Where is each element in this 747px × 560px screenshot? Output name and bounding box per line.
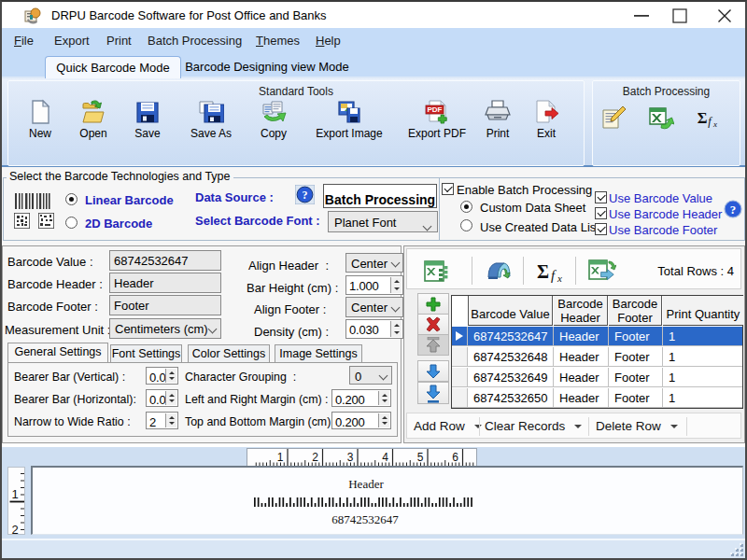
svg-text:3: 3 <box>347 451 354 464</box>
svg-text:?: ? <box>303 189 308 202</box>
svg-text:?: ? <box>730 203 737 217</box>
svg-text:x: x <box>557 273 562 284</box>
svg-text:6: 6 <box>452 451 458 464</box>
svg-text:f: f <box>551 268 557 283</box>
svg-text:4: 4 <box>382 451 388 464</box>
svg-text:2: 2 <box>312 451 318 464</box>
svg-text:f: f <box>708 115 712 128</box>
svg-text:5: 5 <box>417 451 424 464</box>
svg-text:1: 1 <box>277 451 284 464</box>
svg-text:Σ: Σ <box>698 109 708 127</box>
svg-text:x: x <box>712 119 717 129</box>
svg-text:Σ: Σ <box>537 261 549 282</box>
svg-text:2: 2 <box>11 523 18 536</box>
svg-text:PDF: PDF <box>428 105 443 114</box>
svg-text:1: 1 <box>11 487 18 501</box>
